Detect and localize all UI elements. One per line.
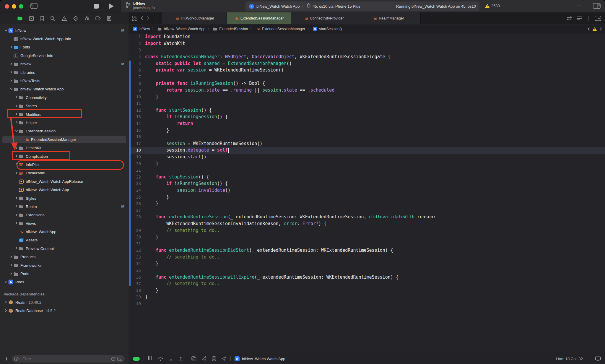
breadcrumb-item[interactable]: ExtendedSessionManager <box>256 27 305 31</box>
device-io-icon[interactable] <box>212 356 216 361</box>
code-line[interactable]: 5 static public let shared = ExtendedSes… <box>129 60 605 67</box>
code-line[interactable]: 40 <box>129 300 605 307</box>
tests-icon[interactable] <box>73 16 78 21</box>
close-window-button[interactable] <box>5 4 9 9</box>
file-tree-row[interactable]: bfNewTests <box>0 77 129 85</box>
file-tree-row[interactable]: ExtendedSession <box>0 127 129 135</box>
memory-graph-icon[interactable] <box>201 356 207 361</box>
adjust-editor-icon[interactable] <box>576 16 583 21</box>
file-tree-row[interactable]: Extensions <box>0 211 129 219</box>
file-tree-row[interactable]: bfNew_Watch Watch App <box>0 186 129 194</box>
file-tree-row[interactable]: InfoPlist <box>0 160 129 169</box>
breadcrumb-item[interactable]: bfNew_Watch Watch App <box>157 27 205 31</box>
file-tree-row[interactable]: Assets <box>0 236 129 244</box>
file-tree-row[interactable]: Localizable <box>0 169 129 177</box>
disclosure-chevron-icon[interactable] <box>9 264 13 267</box>
file-tree-row[interactable]: Products <box>0 253 129 261</box>
code-line[interactable]: 32 func extendedRuntimeSessionDidStart(_… <box>129 247 605 254</box>
go-forward-icon[interactable] <box>147 16 150 21</box>
code-line[interactable]: 30 } <box>129 234 605 240</box>
step-into-icon[interactable] <box>169 356 173 361</box>
file-tree-row[interactable]: Helper <box>0 118 129 127</box>
related-items-icon[interactable] <box>132 16 137 21</box>
disclosure-chevron-icon[interactable] <box>15 129 18 133</box>
disclosure-chevron-icon[interactable] <box>15 196 18 200</box>
disclosure-chevron-icon[interactable] <box>4 309 8 313</box>
code-line[interactable]: 8 private func isRunningSession() -> Boo… <box>129 80 605 87</box>
issues-icon[interactable] <box>61 16 67 21</box>
editor-layout-icon[interactable] <box>593 3 601 10</box>
code-line[interactable]: 6 private var session = WKExtendedRuntim… <box>129 67 605 74</box>
package-row[interactable]: Realm10.49.2 <box>0 298 129 306</box>
code-line[interactable]: 28 func extendedRuntimeSession(_ extende… <box>129 214 605 220</box>
disclosure-chevron-icon[interactable] <box>4 280 8 284</box>
filter-input[interactable]: Filter <box>12 355 125 363</box>
code-line[interactable]: 26 } <box>129 200 605 207</box>
disclosure-chevron-icon[interactable] <box>15 104 18 108</box>
disclosure-chevron-icon[interactable] <box>15 96 18 99</box>
editor-tab-RealmManager[interactable]: RealmManager <box>356 12 421 24</box>
file-tree-row[interactable]: RealmM <box>0 202 129 211</box>
disclosure-chevron-icon[interactable] <box>15 155 18 158</box>
disclosure-chevron-icon[interactable] <box>9 62 13 66</box>
file-tree-row[interactable]: Preview Content <box>0 244 129 253</box>
file-tree-row[interactable]: Connectivity <box>0 93 129 102</box>
project-navigator-icon[interactable] <box>17 16 23 21</box>
code-line[interactable]: WKExtendedRuntimeSessionInvalidationReas… <box>129 220 605 227</box>
step-out-icon[interactable] <box>178 356 183 361</box>
code-line[interactable]: 7 <box>129 74 605 80</box>
display-icon[interactable] <box>595 356 601 361</box>
issue-warning-icon[interactable] <box>592 27 597 31</box>
code-line[interactable]: 1import Foundation <box>129 33 605 40</box>
disclosure-chevron-icon[interactable] <box>15 205 18 208</box>
code-line[interactable]: 37 // something to do.. <box>129 280 605 287</box>
code-line[interactable]: 22 func stopSession() { <box>129 173 605 180</box>
disclosure-chevron-icon[interactable] <box>9 79 13 83</box>
file-tree-row[interactable]: Complication <box>0 152 129 160</box>
clock-icon[interactable] <box>111 357 116 361</box>
code-line[interactable]: 25 } <box>129 194 605 200</box>
code-line[interactable]: 17 session = WKExtendedRuntimeSession() <box>129 140 605 147</box>
disclosure-chevron-icon[interactable] <box>4 29 8 32</box>
disclosure-chevron-icon[interactable] <box>9 46 13 49</box>
file-tree-row[interactable]: Stores <box>0 102 129 110</box>
file-tree-row[interactable]: Frameworks <box>0 261 129 269</box>
source-control-icon[interactable] <box>29 16 34 21</box>
editor-tab-HKWorkoutManager[interactable]: HKWorkoutManager <box>162 12 227 24</box>
plus-minus-filter-icon[interactable] <box>117 357 122 361</box>
disclosure-chevron-icon[interactable] <box>9 71 13 74</box>
reports-icon[interactable] <box>107 16 111 21</box>
toggle-navigator-icon[interactable] <box>30 3 38 10</box>
package-row[interactable]: RealmDatabase14.5.2 <box>0 307 129 315</box>
file-tree-row[interactable]: Pods <box>0 269 129 278</box>
code-line[interactable]: 11 <box>129 100 605 107</box>
file-tree-row[interactable]: Fonts <box>0 43 129 51</box>
disclosure-chevron-icon[interactable] <box>9 272 13 276</box>
file-tree-row[interactable]: Libraries <box>0 68 129 77</box>
file-tree-row[interactable]: ExtendedSessionManager <box>0 135 129 144</box>
next-issue-icon[interactable] <box>599 27 602 31</box>
file-tree-row[interactable]: bfNew-Watch-Watch-App-Info <box>0 35 129 43</box>
file-tree-row[interactable]: bfNewM <box>0 26 129 35</box>
add-file-icon[interactable]: ＋ <box>4 355 9 363</box>
code-line[interactable]: 10 } <box>129 93 605 100</box>
breadcrumb-item[interactable]: bfNew <box>133 26 150 31</box>
simulate-location-icon[interactable] <box>221 356 227 361</box>
minimize-window-button[interactable] <box>12 4 16 9</box>
code-line[interactable]: 29 // something to do.. <box>129 227 605 234</box>
editor-tab-ConnectivityProvider[interactable]: ConnectivityProvider <box>291 12 356 24</box>
debug-icon[interactable] <box>84 16 89 21</box>
code-line[interactable]: 23 if isRunningSession() { <box>129 180 605 187</box>
view-hierarchy-icon[interactable] <box>191 356 196 361</box>
file-tree-row[interactable]: bfNew_Watch Watch AppRelease <box>0 177 129 186</box>
disclosure-chevron-icon[interactable] <box>15 121 18 124</box>
running-process[interactable]: A bfNew_Watch Watch App <box>235 356 285 361</box>
code-line[interactable]: 12 func startSession() { <box>129 107 605 114</box>
code-line[interactable]: 27 <box>129 207 605 214</box>
step-over-icon[interactable] <box>157 356 164 361</box>
file-tree-row[interactable]: HealthKit <box>0 144 129 152</box>
add-item-icon[interactable] <box>576 3 582 10</box>
breakpoints-toggle-icon[interactable] <box>133 357 140 361</box>
code-line[interactable]: 20 } <box>129 160 605 167</box>
code-line[interactable]: 38 } <box>129 287 605 294</box>
